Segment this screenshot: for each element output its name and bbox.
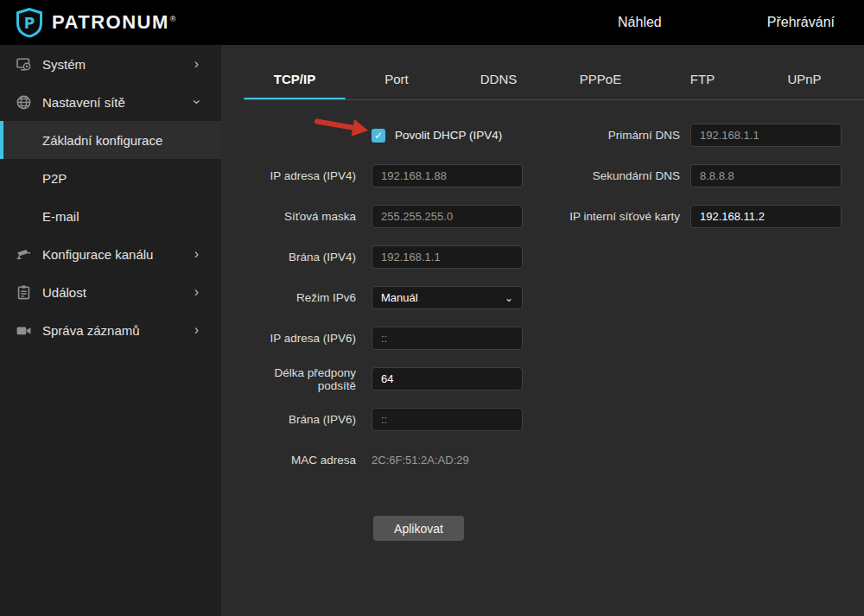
sidebar-item-system[interactable]: Systém › [0, 45, 221, 83]
main-content: TCP/IP Port DDNS PPPoE FTP UPnP ✓ Povoli… [221, 45, 864, 616]
sidebar-item-label: Nastavení sítě [42, 95, 194, 110]
field-label: Brána (IPV4) [238, 251, 356, 264]
form-row-primary-dns: Primární DNS [559, 115, 842, 156]
tab-divider [244, 99, 864, 100]
event-icon [16, 284, 32, 301]
ipv6-mode-select[interactable]: Manuál ⌄ [372, 286, 523, 309]
ipv6-mode-value: Manuál [381, 291, 418, 304]
dhcp-checkbox[interactable]: ✓ [372, 129, 385, 143]
tab-pppoe[interactable]: PPPoE [550, 72, 651, 100]
sidebar-item-channel-configuration[interactable]: Konfigurace kanálu › [0, 235, 221, 273]
field-label: Brána (IPV6) [238, 413, 356, 426]
sidebar-item-label: Systém [42, 57, 194, 72]
form-row-dhcp: ✓ Povolit DHCP (IPV4) [238, 115, 523, 156]
sidebar-item-label: E-mail [42, 209, 221, 224]
chevron-right-icon: › [194, 285, 199, 299]
sidebar-item-label: Konfigurace kanálu [42, 247, 194, 262]
registered-mark: ® [170, 15, 177, 23]
chevron-right-icon: › [194, 323, 199, 337]
tab-bar: TCP/IP Port DDNS PPPoE FTP UPnP [221, 45, 864, 100]
form-row-ipv4-gateway: Brána (IPV4) [238, 237, 523, 277]
field-label: IP adresa (IPV4) [238, 169, 356, 182]
subnet-mask-input[interactable] [372, 205, 523, 228]
field-label: IP interní síťové karty [559, 210, 680, 223]
ipv6-address-input[interactable] [372, 327, 523, 350]
sidebar-item-label: Událost [42, 285, 194, 300]
system-icon [16, 56, 32, 73]
shield-logo-icon: P [14, 7, 45, 38]
records-icon [16, 322, 32, 339]
brand-name: PATRONUM® [52, 11, 177, 34]
svg-text:P: P [24, 15, 35, 32]
sidebar-item-basic-configuration[interactable]: Základní konfigurace [0, 121, 221, 159]
header: P PATRONUM® Náhled Přehrávání [0, 0, 864, 45]
chevron-down-icon: › [189, 99, 203, 104]
annotation-arrow-icon [314, 116, 373, 142]
network-icon [16, 94, 32, 111]
form-column-right: Primární DNS Sekundární DNS IP interní s… [559, 115, 842, 237]
sidebar-item-label: Správa záznamů [42, 323, 194, 338]
field-label: Primární DNS [559, 129, 680, 142]
sidebar-item-event[interactable]: Událost › [0, 273, 221, 311]
sidebar: Systém › Nastavení sítě › Základní konfi… [0, 45, 221, 616]
tab-tcpip[interactable]: TCP/IP [244, 72, 346, 100]
field-label: MAC adresa [238, 454, 356, 467]
subnet-prefix-length-input[interactable] [372, 367, 523, 391]
sidebar-item-email[interactable]: E-mail [0, 197, 221, 235]
form-row-internal-nic-ip: IP interní síťové karty [559, 196, 842, 237]
tab-ftp[interactable]: FTP [651, 72, 753, 100]
apply-button[interactable]: Aplikovat [373, 516, 464, 541]
form-row-mac-address: MAC adresa 2C:6F:51:2A:AD:29 [238, 440, 523, 480]
field-label: Sekundární DNS [559, 169, 680, 182]
form-row-secondary-dns: Sekundární DNS [559, 156, 842, 196]
internal-nic-ip-input[interactable] [690, 205, 842, 228]
form-row-ipv4-address: IP adresa (IPV4) [238, 156, 523, 196]
sidebar-item-network-settings[interactable]: Nastavení sítě › [0, 83, 221, 121]
chevron-right-icon: › [194, 57, 199, 71]
ipv4-gateway-input[interactable] [372, 245, 523, 269]
mac-address-value: 2C:6F:51:2A:AD:29 [372, 454, 523, 467]
secondary-dns-input[interactable] [690, 164, 842, 187]
form-row-ipv6-mode: Režim IPv6 Manuál ⌄ [238, 277, 523, 318]
field-label: Režim IPv6 [238, 291, 356, 304]
sidebar-item-p2p[interactable]: P2P [0, 159, 221, 197]
chevron-right-icon: › [194, 247, 199, 261]
channel-camera-icon [16, 246, 32, 263]
tab-ddns[interactable]: DDNS [448, 72, 550, 100]
form-column-left: ✓ Povolit DHCP (IPV4) IP adresa (IPV4) S… [238, 115, 523, 480]
sidebar-item-label: P2P [42, 171, 221, 186]
field-label: Délka předpony podsítě [238, 366, 356, 392]
sidebar-item-label: Základní konfigurace [42, 133, 221, 148]
chevron-down-icon: ⌄ [505, 292, 513, 304]
form-row-ipv6-address: IP adresa (IPV6) [238, 318, 523, 359]
field-label: Síťová maska [238, 210, 356, 223]
form-row-subnet-prefix-length: Délka předpony podsítě [238, 359, 523, 399]
brand-logo: P PATRONUM® [14, 7, 177, 38]
field-label: IP adresa (IPV6) [238, 332, 356, 345]
ipv6-gateway-input[interactable] [372, 408, 523, 431]
ipv4-address-input[interactable] [372, 164, 523, 187]
tab-port[interactable]: Port [346, 72, 448, 100]
sidebar-item-records-management[interactable]: Správa záznamů › [0, 311, 221, 349]
nav-preview[interactable]: Náhled [618, 15, 662, 30]
primary-dns-input[interactable] [690, 124, 842, 147]
form-row-subnet-mask: Síťová maska [238, 196, 523, 237]
tab-upnp[interactable]: UPnP [753, 72, 855, 100]
form-row-ipv6-gateway: Brána (IPV6) [238, 399, 523, 440]
dhcp-checkbox-label: Povolit DHCP (IPV4) [395, 129, 502, 142]
top-navigation: Náhled Přehrávání [618, 15, 864, 30]
nav-playback[interactable]: Přehrávání [767, 15, 835, 30]
